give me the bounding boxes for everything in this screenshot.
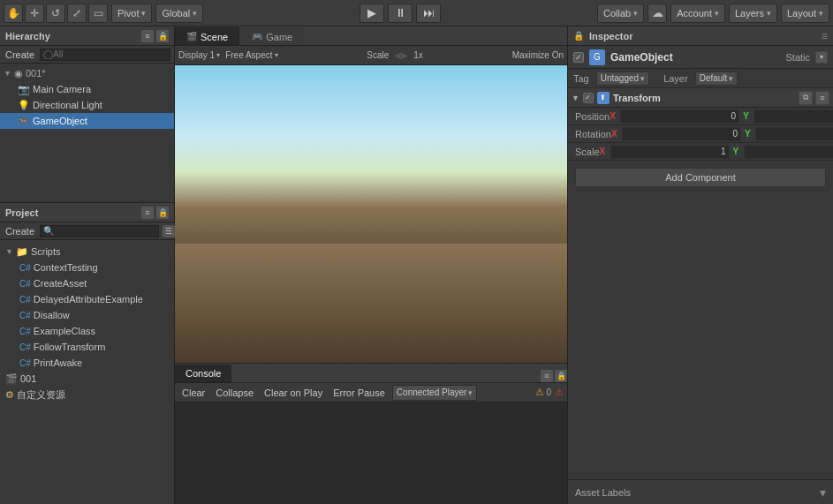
- project-file-label: Disallow: [34, 310, 70, 320]
- hand-tool-icon[interactable]: ✋: [4, 4, 23, 23]
- rotate-tool-icon[interactable]: ↺: [46, 4, 65, 23]
- project-menu-icon[interactable]: ≡: [141, 207, 154, 219]
- rect-tool-icon[interactable]: ▭: [88, 4, 108, 23]
- collab-dropdown[interactable]: Collab ▾: [597, 4, 644, 23]
- layer-dropdown[interactable]: Default ▾: [695, 71, 738, 86]
- project-file[interactable]: C# ContextTesting: [0, 260, 174, 275]
- display-chevron-icon: ▾: [216, 51, 220, 59]
- console-tab-bar: Console ≡ 🔒: [175, 364, 567, 383]
- step-button[interactable]: ⏭: [416, 4, 441, 23]
- game-tab-label: Game: [266, 32, 292, 42]
- cloud-icon[interactable]: ☁: [647, 4, 667, 23]
- display-dropdown[interactable]: Display 1 ▾: [178, 50, 220, 60]
- global-chevron-icon: ▾: [193, 9, 197, 18]
- collab-chevron-icon: ▾: [633, 9, 638, 18]
- console-error-pause-button[interactable]: Error Pause: [329, 385, 389, 401]
- hierarchy-item[interactable]: 💡 Directional Light: [0, 97, 174, 113]
- layer-value: Default: [700, 73, 728, 83]
- tab-console[interactable]: Console: [175, 365, 231, 382]
- project-item-001[interactable]: 🎬 001: [0, 371, 174, 387]
- tab-game[interactable]: 🎮 Game: [240, 27, 304, 45]
- cs-file-icon: C#: [19, 358, 31, 368]
- position-y-label: Y: [743, 111, 752, 121]
- scale-tool-icon[interactable]: ⤢: [67, 4, 87, 23]
- project-list: ▼ 📁 Scripts C# ContextTesting C# CreateA…: [0, 240, 174, 504]
- transform-rotation-row: Rotation X Y Z: [568, 125, 833, 143]
- project-file[interactable]: C# DelayedAttributeExample: [0, 291, 174, 307]
- project-file[interactable]: C# ExampleClass: [0, 323, 174, 339]
- project-lock-icon[interactable]: 🔒: [156, 207, 169, 219]
- aspect-dropdown[interactable]: Free Aspect ▾: [225, 50, 277, 60]
- transform-scale-row: Scale X Y Z: [568, 143, 833, 161]
- project-file-label: DelayedAttributeExample: [34, 294, 143, 305]
- project-item-custom[interactable]: ⚙ 自定义资源: [0, 387, 174, 402]
- console-body[interactable]: [175, 402, 567, 504]
- static-dropdown[interactable]: ▾: [815, 51, 828, 64]
- hierarchy-menu-icon[interactable]: ≡: [141, 30, 154, 42]
- console-collapse-button[interactable]: Collapse: [212, 385, 257, 401]
- project-file[interactable]: C# FollowTransform: [0, 339, 174, 355]
- hierarchy-item[interactable]: 📷 Main Camera: [0, 81, 174, 97]
- move-tool-icon[interactable]: ✛: [25, 4, 44, 23]
- connected-player-dropdown[interactable]: Connected Player ▾: [392, 385, 478, 401]
- position-x-input[interactable]: [620, 109, 739, 124]
- hierarchy-create-button[interactable]: Create: [4, 49, 36, 60]
- rotation-label: Rotation: [575, 129, 611, 139]
- project-header-buttons: ≡ 🔒: [141, 207, 169, 219]
- account-dropdown[interactable]: Account ▾: [670, 4, 725, 23]
- scale-x-input[interactable]: [610, 145, 730, 159]
- pause-button[interactable]: ⏸: [388, 4, 413, 23]
- project-folder-scripts[interactable]: ▼ 📁 Scripts: [0, 244, 174, 260]
- layers-dropdown[interactable]: Layers ▾: [729, 4, 777, 23]
- object-name[interactable]: GameObject: [610, 51, 780, 64]
- scale-y-input[interactable]: [744, 145, 833, 159]
- tag-dropdown[interactable]: Untagged ▾: [596, 71, 649, 86]
- cs-file-icon: C#: [19, 311, 31, 320]
- object-enable-checkbox[interactable]: ✓: [573, 52, 584, 63]
- transform-enable-checkbox[interactable]: ✓: [583, 93, 594, 103]
- hierarchy-root-item[interactable]: ▼ ◉ 001*: [0, 65, 174, 81]
- pivot-dropdown[interactable]: Pivot ▾: [111, 4, 152, 23]
- project-view-icon[interactable]: ☰: [163, 225, 175, 237]
- inspector-menu-icon[interactable]: ≡: [822, 30, 828, 42]
- inspector-lock-icon[interactable]: 🔒: [573, 31, 584, 41]
- layout-dropdown[interactable]: Layout ▾: [781, 4, 829, 23]
- console-clear-button[interactable]: Clear: [178, 385, 208, 401]
- game-viewport[interactable]: [175, 65, 567, 363]
- scale-y-field: Y: [733, 145, 833, 159]
- cs-file-icon: C#: [19, 327, 31, 336]
- console-lock-icon[interactable]: 🔒: [555, 370, 567, 382]
- transform-component-buttons: ⧉ ≡: [799, 91, 829, 105]
- project-create-button[interactable]: Create: [4, 226, 36, 237]
- project-file[interactable]: C# CreateAsset: [0, 275, 174, 291]
- transform-menu-icon[interactable]: ≡: [815, 91, 829, 105]
- project-panel: Project ≡ 🔒 Create ☰ ⚙ ▼ 📁 Scripts: [0, 203, 174, 504]
- camera-icon: 📷: [18, 84, 30, 95]
- project-file[interactable]: C# Disallow: [0, 307, 174, 323]
- hierarchy-lock-icon[interactable]: 🔒: [156, 30, 169, 42]
- transform-copy-icon[interactable]: ⧉: [799, 91, 813, 105]
- tab-scene[interactable]: 🎬 Scene: [175, 27, 239, 45]
- project-file[interactable]: C# PrintAwake: [0, 355, 174, 371]
- project-file-label: PrintAwake: [34, 357, 82, 368]
- global-dropdown[interactable]: Global ▾: [155, 4, 203, 23]
- add-component-button[interactable]: Add Component: [575, 168, 826, 187]
- hierarchy-search-input[interactable]: [40, 49, 170, 61]
- cs-file-icon: C#: [19, 263, 31, 273]
- project-item-001-label: 001: [20, 373, 36, 384]
- rotation-y-input[interactable]: [755, 127, 833, 141]
- transform-component-header[interactable]: ▼ ✓ ⬆ Transform ⧉ ≡: [568, 88, 833, 108]
- play-button[interactable]: ▶: [360, 4, 384, 23]
- project-file-label: ExampleClass: [34, 326, 95, 336]
- hierarchy-item[interactable]: 🎮 GameObject: [0, 113, 174, 129]
- console-menu-icon[interactable]: ≡: [541, 370, 553, 382]
- error-count-icon: ⚠: [555, 387, 564, 398]
- tag-chevron-icon: ▾: [640, 74, 645, 83]
- project-search-input[interactable]: [40, 225, 159, 237]
- position-y-input[interactable]: [753, 109, 833, 124]
- console-clear-on-play-button[interactable]: Clear on Play: [261, 385, 326, 401]
- rotation-x-input[interactable]: [622, 127, 741, 141]
- maximize-btn[interactable]: Maximize On: [512, 50, 564, 60]
- asset-labels-expand-icon[interactable]: ▾: [820, 485, 826, 500]
- rotation-fields: X Y Z: [611, 127, 833, 141]
